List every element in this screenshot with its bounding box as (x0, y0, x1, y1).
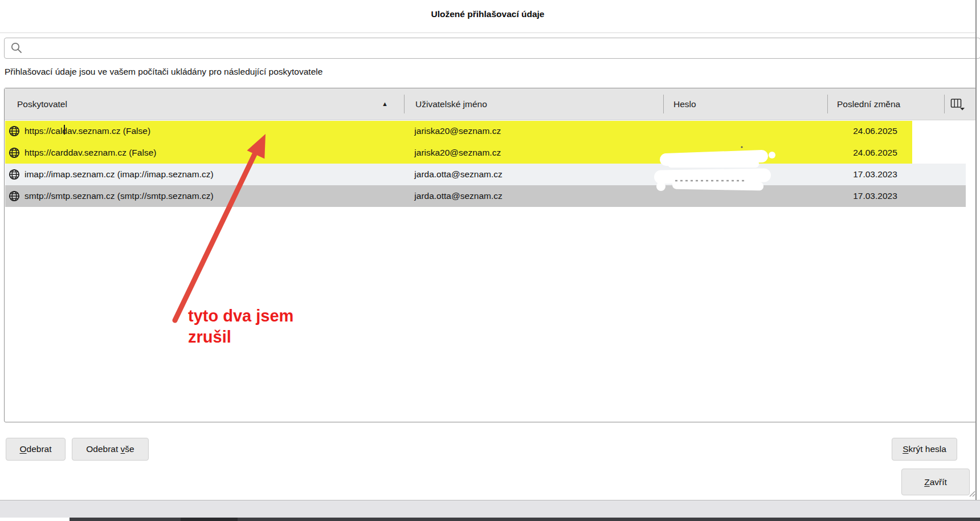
taskbar-edge-segment (70, 518, 181, 521)
search-input[interactable] (4, 38, 980, 59)
title-separator (0, 32, 975, 33)
desktop-strip (0, 500, 980, 518)
password-cell-redacted (671, 185, 843, 207)
column-header-provider[interactable]: Poskytovatel (5, 88, 416, 120)
username-text: jarda.otta@seznam.cz (414, 169, 502, 180)
resize-grip[interactable] (966, 488, 975, 497)
globe-icon (9, 147, 20, 158)
globe-icon (9, 125, 20, 137)
window-right-border (975, 0, 977, 500)
last-changed-text: 24.06.2025 (853, 126, 897, 136)
provider-text: smtp://smtp.seznam.cz (smtp://smtp.sezna… (24, 191, 214, 201)
provider-cell: smtp://smtp.seznam.cz (smtp://smtp.sezna… (5, 185, 403, 207)
last-changed-text: 17.03.2023 (853, 191, 897, 201)
provider-cell: https://carddav.seznam.cz (False) (5, 142, 403, 164)
table-row[interactable]: https://caldav.seznam.cz (False) jariska… (5, 120, 966, 142)
last-changed-text: 24.06.2025 (853, 148, 897, 158)
sort-ascending-icon: ▲ (382, 100, 388, 107)
column-divider[interactable] (944, 95, 945, 113)
logins-table: Poskytovatel ▲ Uživatelské jméno Heslo P… (4, 88, 977, 422)
hide-passwords-button[interactable]: Skrýt hesla (892, 438, 957, 461)
table-row[interactable]: imap://imap.seznam.cz (imap://imap.sezna… (5, 164, 966, 185)
table-row[interactable]: https://carddav.seznam.cz (False) jarisk… (5, 142, 966, 164)
column-picker-icon[interactable] (950, 98, 965, 111)
column-header-last-changed[interactable]: Poslední změna (827, 88, 954, 120)
handwritten-annotation: tyto dva jsem zrušil (188, 306, 293, 348)
last-changed-text: 17.03.2023 (853, 169, 897, 180)
remove-button[interactable]: Odebrat (6, 438, 66, 461)
annotation-line-1: tyto dva jsem (188, 306, 293, 327)
taskbar-edge-segment (181, 518, 238, 521)
table-row-selected[interactable]: smtp://smtp.seznam.cz (smtp://smtp.sezna… (5, 185, 966, 207)
page-title: Uložené přihlašovací údaje (0, 9, 975, 19)
provider-text: imap://imap.seznam.cz (imap://imap.sezna… (24, 169, 214, 180)
password-cell-redacted (671, 164, 843, 185)
text-cursor-artifact (64, 125, 65, 135)
close-button[interactable]: Zavřít (901, 469, 970, 495)
globe-icon (9, 169, 20, 180)
taskbar-edge-segment (238, 518, 980, 521)
username-text: jarda.otta@seznam.cz (414, 191, 502, 201)
username-text: jariska20@seznam.cz (414, 126, 501, 136)
search-icon (10, 42, 23, 54)
provider-text: https://caldav.seznam.cz (False) (24, 126, 150, 136)
column-header-password[interactable]: Heslo (663, 88, 838, 120)
password-cell (671, 142, 843, 164)
remove-all-button[interactable]: Odebrat vše (72, 438, 149, 461)
description-text: Přihlašovací údaje jsou ve vašem počítač… (5, 67, 322, 77)
provider-text: https://carddav.seznam.cz (False) (24, 148, 156, 158)
column-header-username[interactable]: Uživatelské jméno (404, 88, 675, 120)
globe-icon (9, 190, 20, 202)
provider-cell: imap://imap.seznam.cz (imap://imap.sezna… (5, 164, 403, 185)
password-cell (671, 120, 843, 142)
username-text: jariska20@seznam.cz (414, 148, 501, 158)
annotation-line-2: zrušil (188, 327, 293, 348)
table-header: Poskytovatel ▲ Uživatelské jméno Heslo P… (5, 88, 976, 120)
